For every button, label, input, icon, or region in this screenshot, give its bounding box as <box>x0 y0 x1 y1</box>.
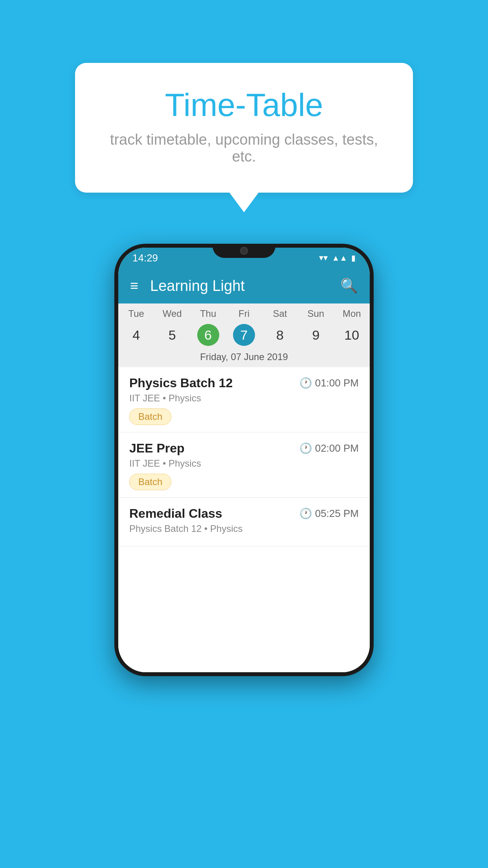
wifi-icon: ▾▾ <box>319 253 328 263</box>
batch-badge-1: Batch <box>129 408 171 425</box>
day-4[interactable]: 4 <box>118 325 154 345</box>
day-header-mon: Mon <box>334 308 370 319</box>
day-header-tue: Tue <box>118 308 154 319</box>
batch-badge-2: Batch <box>129 474 171 490</box>
schedule-item-3-header: Remedial Class 🕐 05:25 PM <box>129 506 359 521</box>
selected-date-label: Friday, 07 June 2019 <box>118 348 370 364</box>
clock-icon-2: 🕐 <box>299 442 312 454</box>
day-6[interactable]: 6 <box>190 322 226 348</box>
phone-mockup: 14:29 ▾▾ ▲▲ ▮ ≡ Learning Light 🔍 Tue Wed… <box>114 244 374 676</box>
day-headers: Tue Wed Thu Fri Sat Sun Mon <box>118 308 370 319</box>
day-header-wed: Wed <box>154 308 190 319</box>
schedule-list: Physics Batch 12 🕐 01:00 PM IIT JEE • Ph… <box>118 367 370 672</box>
phone-notch <box>213 244 275 258</box>
schedule-item-1-time: 🕐 01:00 PM <box>299 377 359 389</box>
selected-circle[interactable]: 7 <box>233 324 255 346</box>
bubble-subtitle: track timetable, upcoming classes, tests… <box>106 131 382 165</box>
day-9[interactable]: 9 <box>298 325 334 345</box>
app-title: Learning Light <box>150 278 340 294</box>
schedule-item-1-time-value: 01:00 PM <box>315 377 359 389</box>
day-header-fri: Fri <box>226 308 262 319</box>
status-time: 14:29 <box>132 252 158 264</box>
phone-camera <box>240 247 248 255</box>
schedule-item-physics-batch-12[interactable]: Physics Batch 12 🕐 01:00 PM IIT JEE • Ph… <box>118 367 370 432</box>
schedule-item-2-time: 🕐 02:00 PM <box>299 442 359 454</box>
status-icons: ▾▾ ▲▲ ▮ <box>319 253 356 263</box>
speech-bubble-card: Time-Table track timetable, upcoming cla… <box>75 63 413 193</box>
schedule-item-2-time-value: 02:00 PM <box>315 442 359 454</box>
schedule-item-2-title: JEE Prep <box>129 441 185 456</box>
search-icon[interactable]: 🔍 <box>340 278 358 294</box>
day-header-sun: Sun <box>298 308 334 319</box>
schedule-item-jee-prep[interactable]: JEE Prep 🕐 02:00 PM IIT JEE • Physics Ba… <box>118 432 370 498</box>
signal-icon: ▲▲ <box>332 254 347 263</box>
schedule-item-1-title: Physics Batch 12 <box>129 376 233 390</box>
schedule-item-2-header: JEE Prep 🕐 02:00 PM <box>129 441 359 456</box>
clock-icon-3: 🕐 <box>299 508 312 520</box>
app-bar: ≡ Learning Light 🔍 <box>118 268 370 303</box>
bubble-title: Time-Table <box>106 86 382 123</box>
clock-icon-1: 🕐 <box>299 377 312 389</box>
schedule-item-2-subtitle: IIT JEE • Physics <box>129 458 359 469</box>
day-8[interactable]: 8 <box>262 325 298 345</box>
schedule-item-1-header: Physics Batch 12 🕐 01:00 PM <box>129 376 359 390</box>
day-header-sat: Sat <box>262 308 298 319</box>
day-7[interactable]: 7 <box>226 322 262 348</box>
schedule-item-3-title: Remedial Class <box>129 506 222 521</box>
battery-icon: ▮ <box>351 253 356 263</box>
today-circle[interactable]: 6 <box>197 324 219 346</box>
schedule-item-3-time: 🕐 05:25 PM <box>299 508 359 520</box>
day-header-thu: Thu <box>190 308 226 319</box>
day-10[interactable]: 10 <box>334 325 370 345</box>
schedule-item-1-subtitle: IIT JEE • Physics <box>129 393 359 404</box>
phone-frame: 14:29 ▾▾ ▲▲ ▮ ≡ Learning Light 🔍 Tue Wed… <box>114 244 374 676</box>
schedule-item-3-subtitle: Physics Batch 12 • Physics <box>129 523 359 534</box>
hamburger-icon[interactable]: ≡ <box>130 278 138 294</box>
day-5[interactable]: 5 <box>154 325 190 345</box>
schedule-item-remedial[interactable]: Remedial Class 🕐 05:25 PM Physics Batch … <box>118 498 370 546</box>
schedule-item-3-time-value: 05:25 PM <box>315 508 359 520</box>
calendar-strip: Tue Wed Thu Fri Sat Sun Mon 4 5 6 7 <box>118 303 370 367</box>
day-numbers: 4 5 6 7 8 9 10 <box>118 322 370 348</box>
phone-screen: 14:29 ▾▾ ▲▲ ▮ ≡ Learning Light 🔍 Tue Wed… <box>118 248 370 672</box>
